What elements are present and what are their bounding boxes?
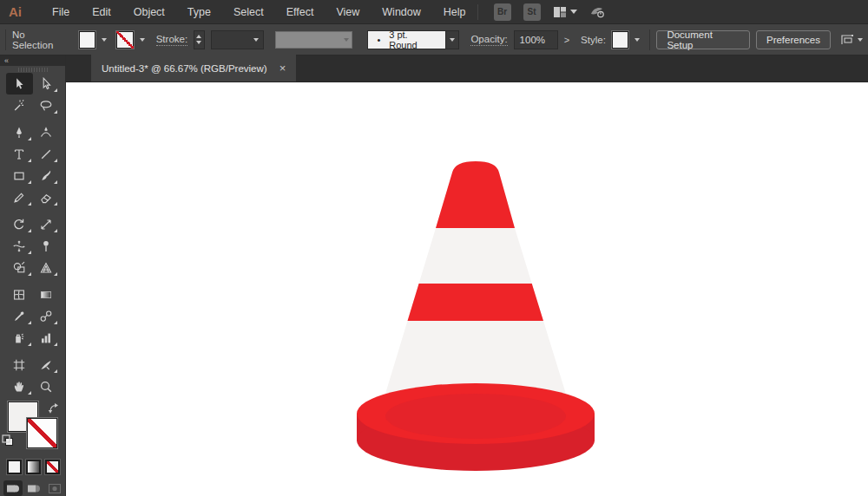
color-mode-button[interactable] (7, 460, 22, 474)
opacity-value: 100% (520, 35, 545, 45)
tool-rotate[interactable] (6, 213, 33, 235)
draw-behind-button[interactable] (24, 480, 43, 496)
bridge-icon[interactable]: Br (494, 3, 511, 21)
tool-shape-builder[interactable] (6, 257, 33, 278)
opacity-panel-link[interactable]: Opacity: (470, 34, 507, 46)
style-swatch[interactable] (612, 31, 629, 49)
tool-blend[interactable] (33, 305, 60, 327)
stroke-weight-stepper[interactable] (194, 30, 205, 49)
tool-hand[interactable] (6, 375, 33, 397)
fill-chevron-icon[interactable] (102, 38, 107, 42)
draw-normal-button[interactable] (3, 480, 23, 496)
tools-panel: « (0, 55, 66, 496)
cone-mid-stripe (378, 284, 575, 321)
paintbrush-icon (39, 169, 53, 183)
stepper-down-icon[interactable] (196, 41, 201, 44)
hand-icon (12, 380, 26, 394)
tool-artboard[interactable] (6, 354, 33, 375)
fill-stroke-indicator (0, 401, 65, 456)
tool-perspective-grid[interactable] (33, 257, 60, 278)
column-graph-icon (39, 331, 53, 345)
tool-type[interactable] (6, 143, 33, 165)
stroke-color-swatch[interactable] (116, 31, 134, 49)
menu-edit[interactable]: Edit (81, 0, 122, 24)
menu-effect[interactable]: Effect (275, 0, 326, 24)
brush-definition-field[interactable]: • 3 pt. Round (367, 30, 446, 49)
tool-paintbrush[interactable] (33, 165, 60, 186)
menu-file[interactable]: File (41, 0, 81, 24)
illustrator-logo: Ai (9, 4, 22, 19)
collapse-panel-icon[interactable]: « (4, 56, 9, 65)
tool-symbol-sprayer[interactable] (6, 327, 33, 349)
menu-bar: Ai File Edit Object Type Select Effect V… (0, 0, 868, 24)
tool-zoom[interactable] (33, 375, 60, 397)
menu-help[interactable]: Help (432, 0, 477, 24)
tool-pencil[interactable] (6, 186, 33, 208)
swap-fill-stroke-icon[interactable] (48, 402, 61, 414)
tool-selection[interactable] (6, 73, 33, 95)
draw-inside-icon (48, 483, 62, 494)
menu-window[interactable]: Window (371, 0, 431, 24)
mesh-icon (12, 288, 26, 302)
arrange-documents-button[interactable] (840, 34, 863, 46)
tool-line-segment[interactable] (33, 143, 60, 165)
style-chevron-icon[interactable] (635, 38, 640, 42)
default-fill-stroke-icon[interactable] (2, 434, 14, 447)
tool-rectangle[interactable] (6, 165, 33, 186)
chevron-down-icon (858, 38, 863, 42)
menu-select[interactable]: Select (222, 0, 275, 24)
tab-close-icon[interactable]: × (279, 62, 286, 74)
opacity-submenu-arrow[interactable]: > (564, 35, 569, 45)
tool-direct-selection[interactable] (33, 73, 60, 95)
tool-mesh[interactable] (6, 284, 33, 305)
tool-scale[interactable] (33, 213, 60, 235)
chevron-down-icon (344, 38, 349, 42)
opacity-input[interactable]: 100% (514, 30, 558, 49)
none-mode-button[interactable] (45, 460, 60, 474)
stroke-indicator[interactable] (27, 418, 57, 448)
drawing-modes-row (0, 474, 65, 496)
illustrator-window: Ai File Edit Object Type Select Effect V… (0, 0, 868, 496)
gradient-icon (39, 288, 53, 302)
tool-gradient[interactable] (33, 284, 60, 305)
menu-object[interactable]: Object (122, 0, 176, 24)
preferences-button[interactable]: Preferences (756, 30, 831, 49)
tool-puppet-warp[interactable] (33, 235, 60, 257)
menu-view[interactable]: View (325, 0, 371, 24)
line-segment-icon (39, 147, 53, 161)
tool-eraser[interactable] (33, 186, 60, 208)
tool-curvature[interactable] (33, 121, 60, 143)
gradient-mode-button[interactable] (26, 460, 41, 474)
tool-slice[interactable] (33, 354, 60, 375)
document-setup-button[interactable]: Document Setup (656, 30, 750, 49)
tools-panel-grip[interactable] (0, 66, 65, 73)
pen-icon (12, 126, 26, 140)
document-tab-bar: Untitled-3* @ 66.67% (RGB/Preview) × (66, 55, 868, 82)
rotate-icon (12, 218, 26, 232)
workspace-switcher[interactable] (553, 6, 577, 18)
pencil-icon (12, 191, 26, 205)
shape-builder-icon (12, 261, 26, 275)
tool-width[interactable] (6, 235, 33, 257)
tool-eyedropper[interactable] (6, 305, 33, 327)
tool-magic-wand[interactable] (6, 95, 33, 116)
artboard-canvas[interactable] (66, 82, 868, 496)
tool-lasso[interactable] (33, 95, 60, 116)
menubar-divider (477, 4, 478, 20)
scale-icon (39, 218, 53, 232)
menu-type[interactable]: Type (176, 0, 222, 24)
document-tab[interactable]: Untitled-3* @ 66.67% (RGB/Preview) × (91, 55, 296, 82)
stepper-up-icon[interactable] (196, 35, 201, 38)
share-icon[interactable] (589, 5, 605, 18)
stock-icon[interactable]: St (523, 3, 541, 21)
tool-pen[interactable] (6, 121, 33, 143)
tool-column-graph[interactable] (33, 327, 60, 349)
stroke-chevron-icon[interactable] (140, 38, 145, 42)
brush-dropdown-button[interactable] (446, 30, 460, 49)
workspace-layout-icon (553, 6, 567, 18)
stroke-weight-dropdown[interactable] (211, 30, 264, 49)
blend-icon (39, 310, 53, 323)
stroke-panel-link[interactable]: Stroke: (156, 34, 187, 46)
fill-color-swatch[interactable] (79, 31, 96, 49)
puppet-warp-icon (39, 239, 53, 253)
